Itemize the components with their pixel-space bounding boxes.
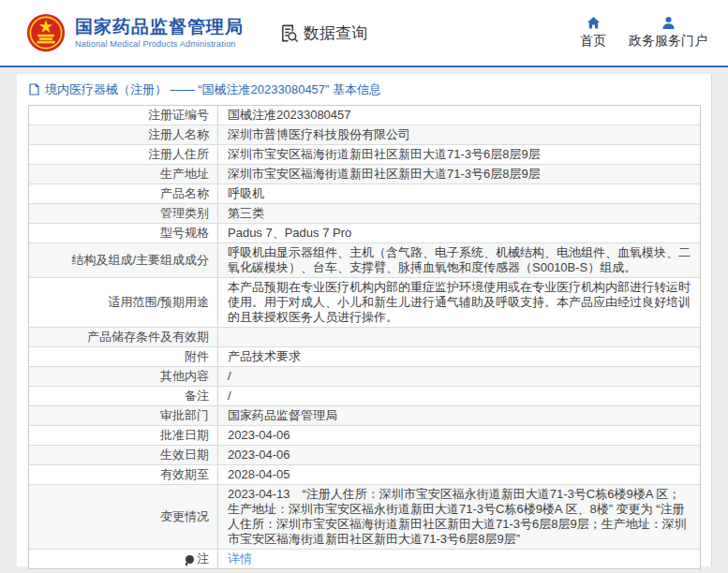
table-row: 产品名称呼吸机 bbox=[29, 184, 700, 203]
data-query-button[interactable]: 数据查询 bbox=[279, 22, 367, 44]
brand-text: 国家药品监督管理局 National Medical Products Admi… bbox=[75, 17, 244, 49]
row-label: 附件 bbox=[29, 347, 218, 366]
row-value: 详情 bbox=[218, 550, 700, 568]
row-label: 结构及组成/主要组成成分 bbox=[29, 243, 218, 277]
table-row: 备注/ bbox=[29, 386, 700, 405]
top-nav: 首页 政务服务门户 bbox=[580, 16, 707, 50]
registration-table: 注册证编号国械注准20233080457注册人名称深圳市普博医疗科技股份有限公司… bbox=[28, 105, 701, 569]
person-icon bbox=[661, 16, 676, 30]
row-value: 呼吸机由显示器组件、主机（含气路、电子系统、机械结构、电池组件、血氧模块、二氧化… bbox=[218, 243, 700, 277]
table-row: 批准日期2023-04-06 bbox=[29, 425, 700, 445]
row-value: 深圳市普博医疗科技股份有限公司 bbox=[218, 125, 700, 144]
table-row: 其他内容/ bbox=[29, 366, 700, 386]
site-title: 国家药品监督管理局 bbox=[75, 17, 244, 37]
table-row: 有效期至2028-04-05 bbox=[29, 464, 700, 484]
row-label: 批准日期 bbox=[29, 426, 218, 445]
row-value: 深圳市宝安区福海街道新田社区新田大道71-3号6层8层9层 bbox=[218, 165, 700, 184]
nav-item-home[interactable]: 首页 bbox=[580, 16, 606, 50]
row-value: 2023-04-06 bbox=[218, 446, 700, 464]
row-value: 2028-04-05 bbox=[218, 465, 700, 484]
table-row: 产品储存条件及有效期 bbox=[29, 327, 700, 346]
row-value: 第三类 bbox=[218, 204, 700, 223]
row-value: 国械注准20233080457 bbox=[218, 106, 700, 125]
table-row: 管理类别第三类 bbox=[29, 203, 700, 223]
row-label: 变更情况 bbox=[29, 485, 218, 549]
table-row: 注册证编号国械注准20233080457 bbox=[29, 106, 700, 125]
row-label: 生效日期 bbox=[29, 446, 218, 464]
home-icon bbox=[587, 16, 601, 30]
row-label: 其他内容 bbox=[29, 367, 218, 386]
site-subtitle: National Medical Products Administration bbox=[75, 39, 244, 49]
row-label: 产品储存条件及有效期 bbox=[29, 328, 218, 346]
row-value: 呼吸机 bbox=[218, 184, 700, 203]
site-brand: 国家药品监督管理局 National Medical Products Admi… bbox=[26, 13, 244, 52]
row-value: 深圳市宝安区福海街道新田社区新田大道71-3号6层8层9层 bbox=[218, 145, 700, 164]
row-label: 管理类别 bbox=[29, 204, 218, 223]
document-search-icon bbox=[279, 23, 299, 43]
table-row: 注详情 bbox=[29, 549, 700, 568]
table-row: 型号规格Padus 7、Padus 7 Pro bbox=[29, 223, 700, 242]
note-pin-icon bbox=[186, 555, 194, 564]
header-divider bbox=[0, 66, 728, 67]
breadcrumb: 境内医疗器械（注册） —— “国械注准20233080457” 基本信息 bbox=[17, 74, 711, 105]
row-label: 备注 bbox=[29, 387, 218, 405]
row-label: 适用范围/预期用途 bbox=[29, 278, 218, 327]
row-value: 2023-04-06 bbox=[218, 426, 700, 445]
document-icon bbox=[29, 83, 39, 96]
table-row: 生效日期2023-04-06 bbox=[29, 445, 700, 464]
table-row: 变更情况2023-04-13 “注册人住所：深圳市宝安区福永街道新田大道71-3… bbox=[29, 484, 700, 549]
nav-item-label: 首页 bbox=[580, 33, 606, 50]
table-row: 附件产品技术要求 bbox=[29, 346, 700, 366]
site-header: 国家药品监督管理局 National Medical Products Admi… bbox=[0, 0, 728, 66]
row-label: 注册人住所 bbox=[29, 145, 218, 164]
table-row: 生产地址深圳市宝安区福海街道新田社区新田大道71-3号6层8层9层 bbox=[29, 164, 700, 184]
row-value: / bbox=[218, 387, 700, 405]
row-value: Padus 7、Padus 7 Pro bbox=[218, 224, 700, 242]
row-label: 有效期至 bbox=[29, 465, 218, 484]
row-value: 本产品预期在专业医疗机构内部的重症监护环境使用或在专业医疗机构内部进行转运时使用… bbox=[218, 278, 700, 327]
table-row: 注册人名称深圳市普博医疗科技股份有限公司 bbox=[29, 125, 700, 144]
row-label: 审批部门 bbox=[29, 406, 218, 425]
row-value: 2023-04-13 “注册人住所：深圳市宝安区福永街道新田大道71-3号C栋6… bbox=[218, 485, 700, 549]
row-label: 生产地址 bbox=[29, 165, 218, 184]
nav-item-gov-portal[interactable]: 政务服务门户 bbox=[629, 16, 707, 50]
national-emblem-logo bbox=[26, 13, 66, 52]
row-label: 注 bbox=[29, 550, 218, 568]
data-query-label: 数据查询 bbox=[304, 22, 367, 44]
table-row: 注册人住所深圳市宝安区福海街道新田社区新田大道71-3号6层8层9层 bbox=[29, 144, 700, 164]
table-row: 适用范围/预期用途本产品预期在专业医疗机构内部的重症监护环境使用或在专业医疗机构… bbox=[29, 277, 700, 327]
row-value: / bbox=[218, 367, 700, 386]
nav-item-label: 政务服务门户 bbox=[629, 33, 707, 50]
breadcrumb-text: 境内医疗器械（注册） —— “国械注准20233080457” 基本信息 bbox=[45, 81, 381, 98]
row-value bbox=[218, 328, 700, 346]
row-label: 注册证编号 bbox=[29, 106, 218, 125]
table-row: 结构及组成/主要组成成分呼吸机由显示器组件、主机（含气路、电子系统、机械结构、电… bbox=[29, 242, 700, 277]
row-label: 型号规格 bbox=[29, 224, 218, 242]
table-row: 审批部门国家药品监督管理局 bbox=[29, 405, 700, 425]
row-value: 国家药品监督管理局 bbox=[218, 406, 700, 425]
row-label: 注册人名称 bbox=[29, 125, 218, 144]
content-panel: 境内医疗器械（注册） —— “国械注准20233080457” 基本信息 注册证… bbox=[17, 74, 712, 566]
row-value: 产品技术要求 bbox=[218, 347, 700, 366]
row-label: 产品名称 bbox=[29, 184, 218, 203]
details-link[interactable]: 详情 bbox=[228, 551, 252, 566]
